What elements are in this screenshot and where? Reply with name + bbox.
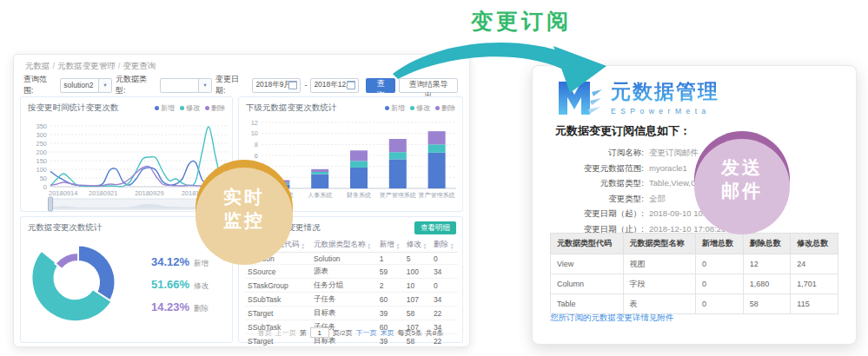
svg-text:50: 50 [40, 175, 47, 182]
table-cell: 34 [431, 265, 458, 279]
column-header: 新增总数 [696, 234, 744, 254]
pager-next[interactable]: 下一页 [355, 328, 376, 338]
legend-item[interactable]: 修改 [180, 103, 200, 113]
svg-text:资产管理系统: 资产管理系统 [419, 192, 455, 199]
summary-table: 元数据类型代码元数据类型名称新增总数删除总数修改总数 View视图01224Co… [550, 233, 838, 314]
stat-label: 新增 [194, 259, 209, 269]
table-row: Column字段01,6801,701 [551, 274, 838, 294]
table-row[interactable]: SSubTask子任务6010734 [245, 293, 458, 307]
table-cell: 1,701 [791, 274, 838, 294]
column-header[interactable]: 删除▲▼ [431, 238, 458, 253]
pager-page-label: 第 [300, 328, 307, 338]
realtime-monitor-badge: 实时 监控 [195, 160, 293, 257]
subscription-field: 变更日期（起）:2018-09-10 10:35:45 [541, 208, 726, 219]
table-row[interactable]: SolutionSolution150 [245, 253, 458, 265]
legend-label: 新增 [161, 103, 175, 113]
table-cell: View [551, 254, 624, 274]
field-value: 全部 [649, 194, 666, 204]
table-cell: 1 [377, 253, 404, 265]
table-row[interactable]: STarget目标表395822 [245, 307, 458, 320]
view-detail-button[interactable]: 查看明细 [414, 221, 456, 234]
legend-item[interactable]: 删除 [205, 103, 225, 113]
field-label: 订阅名称: [541, 148, 644, 158]
stat-label: 删除 [194, 304, 209, 314]
table-cell: SSource [245, 265, 311, 279]
breadcrumb-item[interactable]: 元数据 [25, 61, 50, 70]
legend-item[interactable]: 新增 [155, 103, 175, 113]
bar-chart-title: 下级元数据变更次数统计 [246, 102, 337, 114]
table-cell: 60 [377, 293, 404, 307]
table-cell: 0 [431, 279, 458, 293]
slider-handle[interactable] [49, 197, 53, 211]
table-row[interactable]: STaskGroup任务分组2100 [245, 279, 458, 293]
svg-text:20180929: 20180929 [135, 189, 163, 197]
type-label: 元数据类型: [116, 74, 156, 96]
svg-text:8: 8 [255, 141, 258, 148]
bar-segment [311, 172, 328, 175]
svg-text:350: 350 [36, 122, 47, 130]
column-header[interactable]: 新增▲▼ [377, 238, 404, 253]
legend-dot-icon [155, 106, 159, 110]
breadcrumb-item[interactable]: 变更查询 [123, 61, 156, 70]
bar-segment [311, 175, 328, 188]
bar-segment [428, 153, 446, 188]
scope-label: 查询范围: [23, 74, 56, 96]
table-cell: 22 [431, 307, 458, 320]
table-cell: 115 [791, 294, 838, 314]
table-cell: 12 [743, 254, 791, 274]
svg-text:12: 12 [251, 119, 258, 127]
svg-text:10: 10 [251, 129, 258, 137]
table-cell: SSubTask [245, 293, 311, 307]
pager-prev[interactable]: 上一页 [275, 328, 296, 338]
table-cell: 子任务 [311, 293, 377, 307]
sort-icon[interactable]: ▲▼ [423, 243, 427, 250]
svg-text:20180921: 20180921 [89, 189, 117, 197]
date-from-value: 2018年9月10日 [253, 80, 288, 90]
banner-title: 变更订阅 [439, 7, 604, 36]
column-header[interactable]: 修改▲▼ [404, 238, 431, 253]
chevron-down-icon[interactable]: ▼ [198, 79, 211, 92]
sort-icon[interactable]: ▲▼ [450, 243, 454, 250]
scope-select[interactable]: solution2 ▼ [60, 78, 112, 93]
field-label: 元数据类型: [541, 178, 644, 188]
table-cell: 58 [404, 307, 431, 320]
pager-total: 共8条 [426, 328, 443, 338]
table-cell: 目标表 [311, 307, 377, 320]
column-header[interactable]: 元数据类型名称▲▼ [311, 238, 377, 253]
page-number-input[interactable] [310, 327, 329, 338]
svg-text:人事系统: 人事系统 [308, 192, 332, 199]
pagination: 首页上一页第页/2页下一页末页每页5条共8条 [239, 327, 462, 338]
type-select[interactable]: ▼ [160, 78, 212, 93]
sort-icon[interactable]: ▲▼ [396, 243, 400, 250]
stat-percentage: 51.66% [151, 278, 189, 291]
calendar-icon[interactable] [288, 81, 297, 89]
donut-slice[interactable] [55, 253, 78, 269]
breadcrumb-separator: / [53, 61, 56, 70]
pager-first[interactable]: 首页 [258, 328, 272, 338]
breadcrumb-item[interactable]: 元数据变更管理 [57, 61, 116, 70]
field-label: 变更日期（起）: [541, 208, 644, 219]
sort-icon[interactable]: ▲▼ [301, 243, 305, 250]
chart-legend: 新增修改删除 [155, 103, 225, 113]
svg-text:20180914: 20180914 [49, 189, 77, 197]
chevron-down-icon[interactable]: ▼ [98, 79, 111, 92]
table-row[interactable]: SSource源表5910034 [245, 265, 458, 279]
date-from-input[interactable]: 2018年9月10日 [252, 78, 301, 93]
table-cell: 5 [404, 253, 431, 265]
stat-row: 14.23%删除 [151, 300, 209, 314]
table-cell: Column [551, 274, 624, 294]
table-cell: 字段 [623, 274, 696, 294]
breadcrumb-separator: / [118, 61, 121, 70]
date-to-input[interactable]: 2018年12月10日 [310, 78, 359, 93]
breadcrumb: 元数据/元数据变更管理/变更查询 [25, 61, 156, 72]
sort-icon[interactable]: ▲▼ [367, 243, 370, 250]
field-value: myoracle1 [649, 163, 687, 174]
table-cell: 视图 [623, 254, 696, 274]
pager-last[interactable]: 末页 [380, 328, 394, 338]
table-cell: 0 [696, 294, 744, 314]
calendar-icon[interactable] [347, 81, 355, 89]
svg-text:300: 300 [36, 131, 47, 139]
svg-text:250: 250 [36, 140, 47, 148]
table-cell: 0 [431, 253, 458, 265]
attachment-link[interactable]: 您所订阅的元数据变更详情见附件 [550, 313, 674, 324]
